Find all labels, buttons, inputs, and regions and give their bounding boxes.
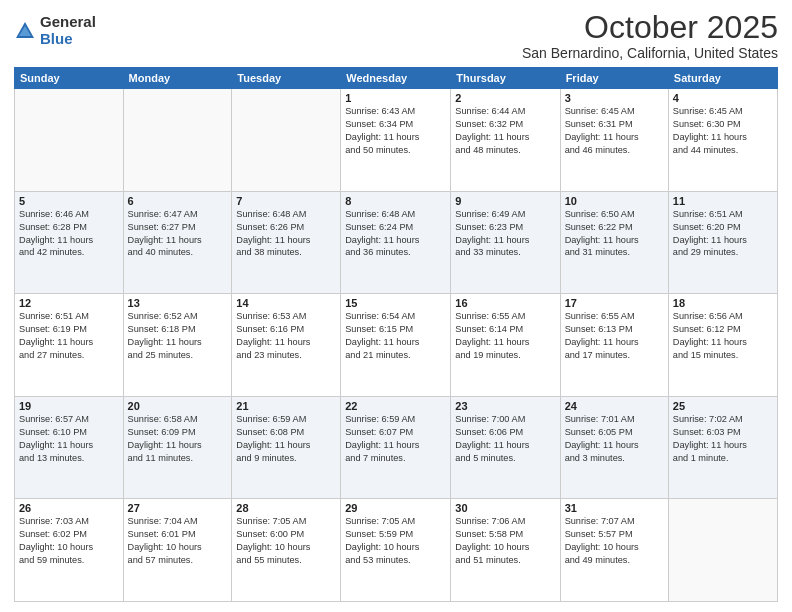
- day-number: 12: [19, 297, 119, 309]
- weekday-header-friday: Friday: [560, 68, 668, 89]
- calendar-week-row: 1Sunrise: 6:43 AM Sunset: 6:34 PM Daylig…: [15, 89, 778, 192]
- day-info: Sunrise: 6:44 AM Sunset: 6:32 PM Dayligh…: [455, 105, 555, 157]
- day-number: 26: [19, 502, 119, 514]
- day-info: Sunrise: 6:56 AM Sunset: 6:12 PM Dayligh…: [673, 310, 773, 362]
- calendar-cell: 14Sunrise: 6:53 AM Sunset: 6:16 PM Dayli…: [232, 294, 341, 397]
- day-info: Sunrise: 7:00 AM Sunset: 6:06 PM Dayligh…: [455, 413, 555, 465]
- calendar-cell: 3Sunrise: 6:45 AM Sunset: 6:31 PM Daylig…: [560, 89, 668, 192]
- weekday-header-tuesday: Tuesday: [232, 68, 341, 89]
- day-number: 25: [673, 400, 773, 412]
- day-info: Sunrise: 6:58 AM Sunset: 6:09 PM Dayligh…: [128, 413, 228, 465]
- calendar-cell: 8Sunrise: 6:48 AM Sunset: 6:24 PM Daylig…: [341, 191, 451, 294]
- day-number: 27: [128, 502, 228, 514]
- day-info: Sunrise: 7:02 AM Sunset: 6:03 PM Dayligh…: [673, 413, 773, 465]
- calendar-cell: [232, 89, 341, 192]
- day-info: Sunrise: 6:52 AM Sunset: 6:18 PM Dayligh…: [128, 310, 228, 362]
- day-number: 23: [455, 400, 555, 412]
- weekday-header-thursday: Thursday: [451, 68, 560, 89]
- calendar-cell: 28Sunrise: 7:05 AM Sunset: 6:00 PM Dayli…: [232, 499, 341, 602]
- calendar-cell: 1Sunrise: 6:43 AM Sunset: 6:34 PM Daylig…: [341, 89, 451, 192]
- calendar-week-row: 12Sunrise: 6:51 AM Sunset: 6:19 PM Dayli…: [15, 294, 778, 397]
- calendar-week-row: 5Sunrise: 6:46 AM Sunset: 6:28 PM Daylig…: [15, 191, 778, 294]
- day-number: 19: [19, 400, 119, 412]
- weekday-header-wednesday: Wednesday: [341, 68, 451, 89]
- day-number: 18: [673, 297, 773, 309]
- day-number: 7: [236, 195, 336, 207]
- day-info: Sunrise: 6:45 AM Sunset: 6:30 PM Dayligh…: [673, 105, 773, 157]
- day-number: 5: [19, 195, 119, 207]
- day-info: Sunrise: 6:49 AM Sunset: 6:23 PM Dayligh…: [455, 208, 555, 260]
- calendar-cell: 19Sunrise: 6:57 AM Sunset: 6:10 PM Dayli…: [15, 396, 124, 499]
- month-title: October 2025: [522, 10, 778, 45]
- day-number: 3: [565, 92, 664, 104]
- weekday-header-row: SundayMondayTuesdayWednesdayThursdayFrid…: [15, 68, 778, 89]
- day-info: Sunrise: 7:06 AM Sunset: 5:58 PM Dayligh…: [455, 515, 555, 567]
- calendar-cell: 20Sunrise: 6:58 AM Sunset: 6:09 PM Dayli…: [123, 396, 232, 499]
- calendar-table: SundayMondayTuesdayWednesdayThursdayFrid…: [14, 67, 778, 602]
- calendar-cell: 9Sunrise: 6:49 AM Sunset: 6:23 PM Daylig…: [451, 191, 560, 294]
- calendar-cell: 6Sunrise: 6:47 AM Sunset: 6:27 PM Daylig…: [123, 191, 232, 294]
- calendar-cell: [15, 89, 124, 192]
- day-info: Sunrise: 6:59 AM Sunset: 6:08 PM Dayligh…: [236, 413, 336, 465]
- calendar-cell: 30Sunrise: 7:06 AM Sunset: 5:58 PM Dayli…: [451, 499, 560, 602]
- day-number: 1: [345, 92, 446, 104]
- calendar-cell: 13Sunrise: 6:52 AM Sunset: 6:18 PM Dayli…: [123, 294, 232, 397]
- day-number: 15: [345, 297, 446, 309]
- day-number: 21: [236, 400, 336, 412]
- logo: General Blue: [14, 14, 96, 47]
- logo-icon: [14, 20, 36, 42]
- day-info: Sunrise: 6:50 AM Sunset: 6:22 PM Dayligh…: [565, 208, 664, 260]
- calendar-cell: 11Sunrise: 6:51 AM Sunset: 6:20 PM Dayli…: [668, 191, 777, 294]
- calendar-cell: 22Sunrise: 6:59 AM Sunset: 6:07 PM Dayli…: [341, 396, 451, 499]
- calendar-cell: 21Sunrise: 6:59 AM Sunset: 6:08 PM Dayli…: [232, 396, 341, 499]
- logo-text: General Blue: [40, 14, 96, 47]
- day-info: Sunrise: 6:51 AM Sunset: 6:19 PM Dayligh…: [19, 310, 119, 362]
- day-info: Sunrise: 6:53 AM Sunset: 6:16 PM Dayligh…: [236, 310, 336, 362]
- day-number: 17: [565, 297, 664, 309]
- calendar-cell: [123, 89, 232, 192]
- calendar-cell: 16Sunrise: 6:55 AM Sunset: 6:14 PM Dayli…: [451, 294, 560, 397]
- day-info: Sunrise: 6:43 AM Sunset: 6:34 PM Dayligh…: [345, 105, 446, 157]
- weekday-header-saturday: Saturday: [668, 68, 777, 89]
- calendar-cell: 12Sunrise: 6:51 AM Sunset: 6:19 PM Dayli…: [15, 294, 124, 397]
- day-number: 8: [345, 195, 446, 207]
- calendar-cell: 5Sunrise: 6:46 AM Sunset: 6:28 PM Daylig…: [15, 191, 124, 294]
- day-number: 24: [565, 400, 664, 412]
- day-number: 28: [236, 502, 336, 514]
- day-info: Sunrise: 6:55 AM Sunset: 6:14 PM Dayligh…: [455, 310, 555, 362]
- day-info: Sunrise: 6:55 AM Sunset: 6:13 PM Dayligh…: [565, 310, 664, 362]
- day-number: 2: [455, 92, 555, 104]
- day-info: Sunrise: 6:48 AM Sunset: 6:26 PM Dayligh…: [236, 208, 336, 260]
- calendar-cell: 27Sunrise: 7:04 AM Sunset: 6:01 PM Dayli…: [123, 499, 232, 602]
- calendar-cell: 2Sunrise: 6:44 AM Sunset: 6:32 PM Daylig…: [451, 89, 560, 192]
- calendar-cell: 29Sunrise: 7:05 AM Sunset: 5:59 PM Dayli…: [341, 499, 451, 602]
- logo-blue: Blue: [40, 31, 96, 48]
- day-info: Sunrise: 6:54 AM Sunset: 6:15 PM Dayligh…: [345, 310, 446, 362]
- day-info: Sunrise: 7:01 AM Sunset: 6:05 PM Dayligh…: [565, 413, 664, 465]
- day-info: Sunrise: 6:47 AM Sunset: 6:27 PM Dayligh…: [128, 208, 228, 260]
- day-number: 10: [565, 195, 664, 207]
- day-info: Sunrise: 7:04 AM Sunset: 6:01 PM Dayligh…: [128, 515, 228, 567]
- calendar-cell: 25Sunrise: 7:02 AM Sunset: 6:03 PM Dayli…: [668, 396, 777, 499]
- calendar-cell: 17Sunrise: 6:55 AM Sunset: 6:13 PM Dayli…: [560, 294, 668, 397]
- day-info: Sunrise: 7:05 AM Sunset: 6:00 PM Dayligh…: [236, 515, 336, 567]
- day-number: 6: [128, 195, 228, 207]
- calendar-cell: 7Sunrise: 6:48 AM Sunset: 6:26 PM Daylig…: [232, 191, 341, 294]
- day-info: Sunrise: 6:46 AM Sunset: 6:28 PM Dayligh…: [19, 208, 119, 260]
- logo-general: General: [40, 14, 96, 31]
- day-info: Sunrise: 7:05 AM Sunset: 5:59 PM Dayligh…: [345, 515, 446, 567]
- calendar-cell: 23Sunrise: 7:00 AM Sunset: 6:06 PM Dayli…: [451, 396, 560, 499]
- location-title: San Bernardino, California, United State…: [522, 45, 778, 61]
- day-number: 20: [128, 400, 228, 412]
- day-number: 4: [673, 92, 773, 104]
- calendar-week-row: 26Sunrise: 7:03 AM Sunset: 6:02 PM Dayli…: [15, 499, 778, 602]
- day-number: 14: [236, 297, 336, 309]
- day-info: Sunrise: 6:48 AM Sunset: 6:24 PM Dayligh…: [345, 208, 446, 260]
- day-info: Sunrise: 6:59 AM Sunset: 6:07 PM Dayligh…: [345, 413, 446, 465]
- day-number: 31: [565, 502, 664, 514]
- day-number: 16: [455, 297, 555, 309]
- day-number: 22: [345, 400, 446, 412]
- title-block: October 2025 San Bernardino, California,…: [522, 10, 778, 61]
- weekday-header-monday: Monday: [123, 68, 232, 89]
- day-number: 11: [673, 195, 773, 207]
